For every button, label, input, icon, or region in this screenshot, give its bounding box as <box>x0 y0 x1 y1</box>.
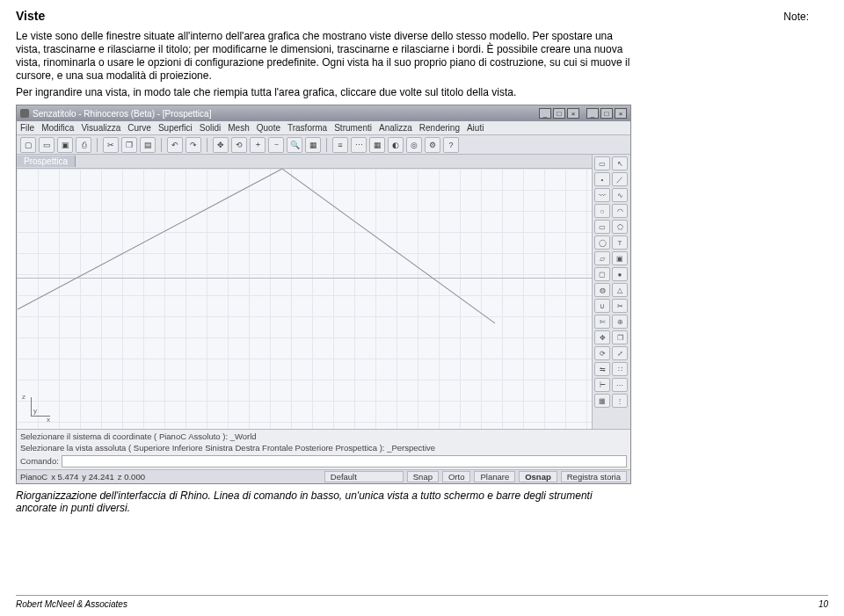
menu-item[interactable]: Visualizza <box>81 123 120 133</box>
arc-icon[interactable]: ◠ <box>612 204 628 218</box>
main-toolbar: ▢ ▭ ▣ ⎙ ✂ ❐ ▤ ↶ ↷ ✥ ⟲ ＋ － 🔍 ▦ ≡ ⋯ ▦ ◐ ◎ … <box>17 135 630 155</box>
menu-item[interactable]: Solidi <box>200 123 221 133</box>
help-icon[interactable]: ? <box>443 137 459 153</box>
status-bar: PianoC x 5.474 y 24.241 z 0.000 Default … <box>17 469 630 483</box>
polygon-icon[interactable]: ⬠ <box>612 220 628 234</box>
zoomin-icon[interactable]: ＋ <box>250 137 266 153</box>
circle-icon[interactable]: ○ <box>594 204 610 218</box>
text-icon[interactable]: T <box>612 236 628 250</box>
curve-icon[interactable]: ∿ <box>612 188 628 202</box>
menu-item[interactable]: Rendering <box>419 123 460 133</box>
undo-icon[interactable]: ↶ <box>167 137 183 153</box>
viewport-tab[interactable]: Prospettica <box>17 156 76 167</box>
new-icon[interactable]: ▢ <box>20 137 36 153</box>
rect-icon[interactable]: ▭ <box>594 220 610 234</box>
zoomout-icon[interactable]: － <box>268 137 284 153</box>
split-icon[interactable]: ✂ <box>612 299 628 313</box>
menu-item[interactable]: File <box>20 123 34 133</box>
rotate2-icon[interactable]: ⟳ <box>594 346 610 360</box>
close-button[interactable]: × <box>615 108 627 119</box>
menu-item[interactable]: Superfici <box>158 123 193 133</box>
render-icon[interactable]: ◎ <box>406 137 422 153</box>
status-orto[interactable]: Orto <box>442 471 470 482</box>
command-history-1: Selezionare il sistema di coordinate ( P… <box>20 431 627 442</box>
array-icon[interactable]: ∷ <box>612 362 628 376</box>
viewport-tabstrip: Prospettica <box>17 155 592 169</box>
footer-left: Robert McNeel & Associates <box>16 599 127 609</box>
view-icon[interactable]: ▦ <box>594 394 610 408</box>
min-button[interactable]: _ <box>586 108 599 119</box>
menu-item[interactable]: Modifica <box>41 123 74 133</box>
box-icon[interactable]: ▢ <box>594 267 610 281</box>
options-icon[interactable]: ⚙ <box>425 137 440 153</box>
shade-icon[interactable]: ◐ <box>388 137 404 153</box>
max-inner-button[interactable]: □ <box>553 108 565 119</box>
bool-icon[interactable]: ∪ <box>594 299 610 313</box>
max-button[interactable]: □ <box>600 108 613 119</box>
copy-icon[interactable]: ❐ <box>121 137 137 153</box>
polyline-icon[interactable]: 〰 <box>594 188 610 202</box>
command-prompt-label: Comando: <box>20 456 59 467</box>
dup-icon[interactable]: ❐ <box>612 330 628 344</box>
print-icon[interactable]: ⎙ <box>76 137 91 153</box>
command-history-2: Selezionare la vista assoluta ( Superior… <box>20 443 627 453</box>
ellipse-icon[interactable]: ◯ <box>594 236 610 250</box>
menu-item[interactable]: Aiuti <box>467 123 484 133</box>
right-toolbox: ▭↖ •／ 〰∿ ○◠ ▭⬠ ◯T ▱▣ ▢● ◍△ ∪✂ ✄⊕ ✥❐ ⟳⤢ ⇋… <box>592 155 630 429</box>
status-osnap[interactable]: Osnap <box>519 471 557 482</box>
figure-caption: Riorganizzazione dell'interfaccia di Rhi… <box>16 489 631 514</box>
move-icon[interactable]: ✥ <box>594 330 610 344</box>
viewport[interactable]: x z y <box>17 169 592 429</box>
redo-icon[interactable]: ↷ <box>186 137 201 153</box>
srf-icon[interactable]: ▱ <box>594 251 610 265</box>
window-titlebar: Senzatitolo - Rhinoceros (Beta) - [Prosp… <box>17 105 630 121</box>
sphere-icon[interactable]: ● <box>612 267 628 281</box>
axis-gizmo: x z y <box>25 392 55 422</box>
paste-icon[interactable]: ▤ <box>140 137 156 153</box>
page-footer: Robert McNeel & Associates 10 <box>16 595 828 609</box>
extrude-icon[interactable]: ▣ <box>612 251 628 265</box>
props-icon[interactable]: ⋯ <box>351 137 367 153</box>
status-x: x 5.474 <box>51 472 78 482</box>
mirror-icon[interactable]: ⇋ <box>594 362 610 376</box>
menu-item[interactable]: Quote <box>257 123 280 133</box>
section-title: Viste <box>16 9 828 23</box>
min-inner-button[interactable]: _ <box>539 108 551 119</box>
select-icon[interactable]: ▭ <box>594 156 610 170</box>
menu-item[interactable]: Curve <box>127 123 151 133</box>
command-input[interactable] <box>62 455 627 467</box>
rhino-screenshot: Senzatitolo - Rhinoceros (Beta) - [Prosp… <box>16 105 631 484</box>
cut-icon[interactable]: ✂ <box>103 137 119 153</box>
open-icon[interactable]: ▭ <box>39 137 55 153</box>
save-icon[interactable]: ▣ <box>57 137 73 153</box>
status-snap[interactable]: Snap <box>407 471 439 482</box>
menu-item[interactable]: Strumenti <box>334 123 372 133</box>
menu-item[interactable]: Trasforma <box>287 123 327 133</box>
zoom-icon[interactable]: 🔍 <box>287 137 302 153</box>
pan-icon[interactable]: ✥ <box>213 137 229 153</box>
scale-icon[interactable]: ⤢ <box>612 346 628 360</box>
status-planare[interactable]: Planare <box>474 471 515 482</box>
misc-icon[interactable]: ⋮ <box>612 394 628 408</box>
point-icon[interactable]: • <box>594 172 610 186</box>
status-registra[interactable]: Registra storia <box>561 471 627 482</box>
arrow-icon[interactable]: ↖ <box>612 156 628 170</box>
status-z: z 0.000 <box>118 472 145 482</box>
layers-icon[interactable]: ≡ <box>332 137 348 153</box>
cone-icon[interactable]: △ <box>612 283 628 297</box>
line-icon[interactable]: ／ <box>612 172 628 186</box>
cyl-icon[interactable]: ◍ <box>594 283 610 297</box>
menu-item[interactable]: Mesh <box>228 123 249 133</box>
trim-icon[interactable]: ✄ <box>594 315 610 329</box>
status-layer[interactable]: Default <box>324 471 404 482</box>
close-inner-button[interactable]: × <box>567 108 579 119</box>
dim-icon[interactable]: ⊢ <box>594 378 610 392</box>
rotate-icon[interactable]: ⟲ <box>231 137 247 153</box>
paragraph-2: Per ingrandire una vista, in modo tale c… <box>16 86 631 99</box>
join-icon[interactable]: ⊕ <box>612 315 628 329</box>
tool-icon[interactable]: ⋯ <box>612 378 628 392</box>
zoom-ext-icon[interactable]: ▦ <box>305 137 321 153</box>
command-area: Selezionare il sistema di coordinate ( P… <box>17 429 630 469</box>
grid-icon[interactable]: ▦ <box>369 137 385 153</box>
menu-item[interactable]: Analizza <box>379 123 412 133</box>
